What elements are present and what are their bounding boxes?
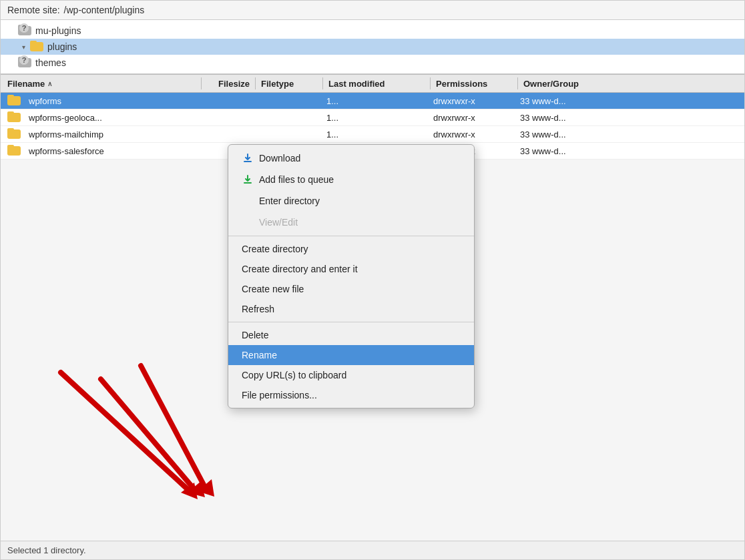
menu-item-copy-url[interactable]: Copy URL(s) to clipboard xyxy=(228,365,474,385)
queue-icon xyxy=(242,174,254,186)
file-name-wpforms-mailchimp: wpforms-mailchimp xyxy=(1,128,201,140)
status-text: Selected 1 directory. xyxy=(7,545,86,555)
col-header-filename[interactable]: Filename ∧ xyxy=(1,79,201,89)
menu-item-download[interactable]: Download xyxy=(228,148,474,169)
col-header-owner[interactable]: Owner/Group xyxy=(518,79,611,89)
status-bar: Selected 1 directory. xyxy=(1,541,744,559)
folder-icon-themes: ? xyxy=(18,57,31,69)
tree-item-plugins[interactable]: ▾ plugins xyxy=(1,39,744,55)
tree-item-mu-plugins[interactable]: ? mu-plugins xyxy=(1,23,744,39)
menu-item-refresh[interactable]: Refresh xyxy=(228,299,474,319)
svg-marker-5 xyxy=(198,479,214,497)
col-header-filetype[interactable]: Filetype xyxy=(256,79,322,89)
menu-item-file-permissions[interactable]: File permissions... xyxy=(228,385,474,405)
file-name-wpforms: wpforms xyxy=(1,95,201,107)
file-panel: Remote site: /wp-content/plugins ? mu-pl… xyxy=(0,0,745,560)
svg-line-4 xyxy=(141,366,204,486)
table-row[interactable]: wpforms-mailchimp 1... drwxrwxr-x 33 www… xyxy=(1,126,744,143)
folder-icon-mu-plugins: ? xyxy=(18,25,31,37)
menu-item-create-directory-enter[interactable]: Create directory and enter it xyxy=(228,259,474,279)
menu-item-rename[interactable]: Rename xyxy=(228,345,474,365)
menu-separator-1 xyxy=(228,236,474,236)
table-row[interactable]: wpforms 1... drwxrwxr-x 33 www-d... xyxy=(1,93,744,109)
menu-item-view-edit: View/Edit xyxy=(228,212,474,233)
menu-item-add-files-to-queue[interactable]: Add files to queue xyxy=(228,169,474,190)
table-row[interactable]: wpforms-geolocа... 1... drwxrwxr-x 33 ww… xyxy=(1,109,744,126)
tree-section: ? mu-plugins ▾ plugins ? themes xyxy=(1,20,744,74)
sort-asc-icon: ∧ xyxy=(47,80,52,87)
remote-site-label: Remote site: xyxy=(7,5,60,15)
download-icon xyxy=(242,152,254,164)
annotation-arrows xyxy=(41,359,254,506)
tree-item-themes[interactable]: ? themes xyxy=(1,55,744,71)
menu-item-create-directory[interactable]: Create directory xyxy=(228,239,474,259)
tree-label-themes: themes xyxy=(35,57,66,68)
svg-marker-1 xyxy=(181,483,198,499)
context-menu: Download Add files to queue Enter direct… xyxy=(228,144,475,408)
file-name-wpforms-geoloca: wpforms-geolocа... xyxy=(1,111,201,123)
folder-icon-plugins xyxy=(30,41,43,53)
chevron-down-icon: ▾ xyxy=(18,41,29,52)
svg-line-2 xyxy=(101,379,194,489)
file-name-wpforms-salesforce: wpforms-salesforce xyxy=(1,145,201,157)
col-header-permissions[interactable]: Permissions xyxy=(431,79,517,89)
table-header: Filename ∧ Filesize Filetype Last modifi… xyxy=(1,74,744,93)
menu-item-enter-directory[interactable]: Enter directory xyxy=(228,190,474,212)
remote-site-bar: Remote site: /wp-content/plugins xyxy=(1,1,744,20)
tree-label-mu-plugins: mu-plugins xyxy=(35,25,81,36)
svg-line-0 xyxy=(61,372,188,489)
menu-item-create-new-file[interactable]: Create new file xyxy=(228,279,474,299)
svg-marker-3 xyxy=(188,481,205,497)
tree-label-plugins: plugins xyxy=(47,41,77,52)
menu-item-delete[interactable]: Delete xyxy=(228,325,474,345)
menu-separator-2 xyxy=(228,322,474,322)
col-header-filesize[interactable]: Filesize xyxy=(202,79,255,89)
col-header-lastmod[interactable]: Last modified xyxy=(323,79,430,89)
remote-site-path: /wp-content/plugins xyxy=(64,5,145,15)
